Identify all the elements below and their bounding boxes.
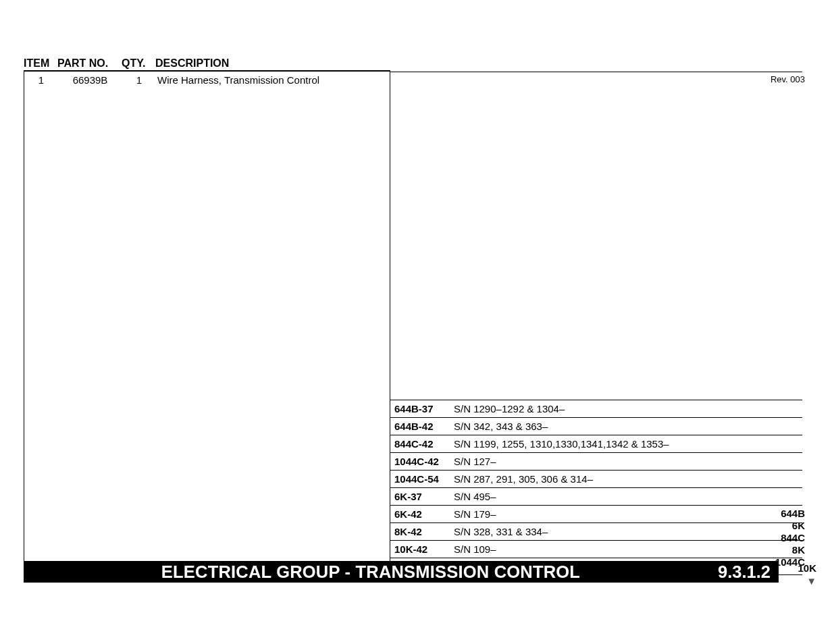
table-row: 1 66939B 1 Wire Harness, Transmission Co…: [24, 72, 390, 86]
list-item: 6K-37 S/N 495–: [390, 487, 802, 505]
model-label: 644B: [775, 508, 805, 520]
list-item: 644B-37 S/N 1290–1292 & 1304–: [390, 400, 802, 417]
parts-list-box: 1 66939B 1 Wire Harness, Transmission Co…: [24, 72, 390, 575]
footer-model: 10K: [798, 562, 816, 574]
list-item: 644B-42 S/N 342, 343 & 363–: [390, 417, 802, 435]
applic-sn: S/N 109–: [454, 543, 802, 555]
list-item: 844C-42 S/N 1199, 1255, 1310,1330,1341,1…: [390, 435, 802, 452]
model-label: 6K: [775, 520, 805, 532]
applic-model: 10K-42: [394, 543, 454, 555]
applic-sn: S/N 179–: [454, 508, 802, 520]
applic-model: 6K-42: [394, 508, 454, 520]
model-list-right: 644B 6K 844C 8K 1044C: [775, 508, 805, 568]
applic-sn: S/N 342, 343 & 363–: [454, 421, 802, 432]
footer-right: 10K ▼: [798, 562, 816, 587]
list-item: 1044C-54 S/N 287, 291, 305, 306 & 314–: [390, 470, 802, 487]
col-header-qty: QTY.: [122, 57, 155, 70]
list-item: 10K-42 S/N 109–: [390, 540, 802, 558]
right-panel: Rev. 003 644B-37 S/N 1290–1292 & 1304– 6…: [390, 72, 802, 575]
list-item: 6K-42 S/N 179–: [390, 505, 802, 522]
applic-sn: S/N 1199, 1255, 1310,1330,1341,1342 & 13…: [454, 438, 802, 450]
revision-label: Rev. 003: [771, 74, 805, 84]
title-main: ELECTRICAL GROUP - TRANSMISSION CONTROL: [24, 562, 718, 582]
applic-sn: S/N 495–: [454, 491, 802, 502]
applic-model: 644B-37: [394, 403, 454, 414]
applic-sn: S/N 287, 291, 305, 306 & 314–: [454, 473, 802, 485]
title-bar: ELECTRICAL GROUP - TRANSMISSION CONTROL …: [24, 561, 779, 583]
list-item: 8K-42 S/N 328, 331 & 334–: [390, 522, 802, 540]
applic-model: 644B-42: [394, 421, 454, 432]
applic-model: 1044C-54: [394, 473, 454, 485]
cell-qty: 1: [122, 74, 156, 86]
title-section: 9.3.1.2: [718, 562, 771, 582]
applic-model: 6K-37: [394, 491, 454, 502]
rule: [390, 72, 802, 72]
applic-sn: S/N 328, 331 & 334–: [454, 526, 802, 537]
table-header: ITEM PART NO. QTY. DESCRIPTION: [24, 57, 390, 72]
cell-item: 1: [24, 74, 58, 86]
applic-sn: S/N 127–: [454, 456, 802, 467]
cell-description: Wire Harness, Transmission Control: [156, 74, 390, 86]
col-header-item: ITEM: [24, 57, 57, 70]
content-area: 1 66939B 1 Wire Harness, Transmission Co…: [24, 72, 816, 575]
model-label: 8K: [775, 544, 805, 556]
applic-model: 844C-42: [394, 438, 454, 450]
col-header-partno: PART NO.: [57, 57, 122, 70]
arrow-down-icon: ▼: [806, 575, 816, 587]
applic-model: 8K-42: [394, 526, 454, 537]
list-item: 1044C-42 S/N 127–: [390, 452, 802, 470]
page: ITEM PART NO. QTY. DESCRIPTION 1 66939B …: [0, 0, 834, 644]
applicability-table: 644B-37 S/N 1290–1292 & 1304– 644B-42 S/…: [390, 400, 802, 575]
col-header-description: DESCRIPTION: [155, 57, 390, 70]
applic-model: 1044C-42: [394, 456, 454, 467]
cell-partno: 66939B: [58, 74, 122, 86]
applic-sn: S/N 1290–1292 & 1304–: [454, 403, 802, 414]
model-label: 844C: [775, 532, 805, 544]
